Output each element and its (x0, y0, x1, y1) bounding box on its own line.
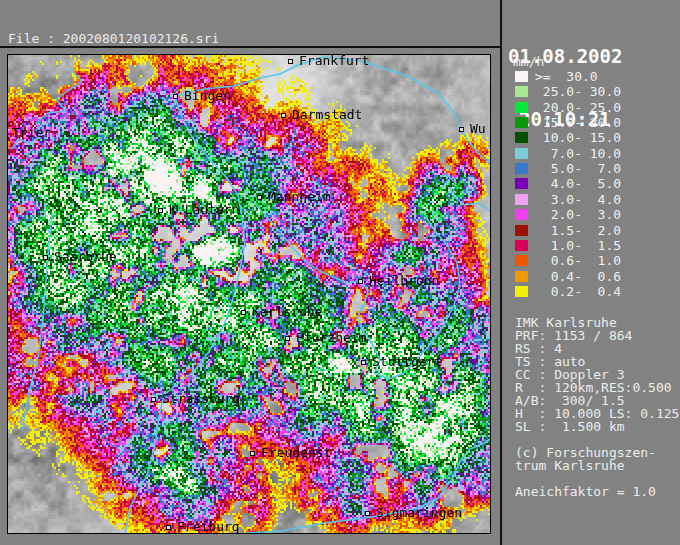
legend-color-swatch (515, 225, 528, 236)
city-label: Strassburg (162, 391, 240, 406)
legend-color-swatch (515, 132, 528, 143)
city-label: Mannheim (268, 189, 331, 204)
legend-range-label: 25.0- 30.0 (535, 84, 621, 99)
legend-color-swatch (515, 148, 528, 159)
legend-color-swatch (515, 86, 528, 97)
city-label: Stuttgart (372, 354, 442, 369)
radar-canvas (8, 55, 490, 533)
info-line: trum Karlsruhe (515, 459, 679, 472)
legend-range-label: 7.0- 10.0 (535, 146, 621, 161)
city-marker (459, 127, 464, 132)
station-info-panel: IMK KarlsruhePRF: 1153 / 864RS : 4TS : a… (515, 316, 679, 498)
legend-color-swatch (515, 209, 528, 220)
panel-separator (500, 0, 502, 545)
legend-color-swatch (515, 71, 528, 82)
city-marker (257, 195, 262, 200)
city-marker (43, 255, 48, 260)
city-label: Darmstadt (292, 107, 362, 122)
city-marker (241, 310, 246, 315)
city-marker (151, 397, 156, 402)
legend-range-label: 0.4- 0.6 (535, 269, 621, 284)
city-label: Karlsruhe (252, 304, 322, 319)
city-label: Trier (12, 125, 51, 140)
info-line: SL : 1.500 km (515, 420, 679, 433)
legend-color-swatch (515, 163, 528, 174)
radar-app-window: File : 2002080120102126.sri Type : SRI R… (0, 0, 680, 545)
city-marker (281, 113, 286, 118)
city-label: K.Lautern (169, 202, 239, 217)
legend-range-label: 0.6- 1.0 (535, 253, 621, 268)
info-line: Aneichfaktor = 1.0 (515, 485, 679, 498)
legend-range-label: 2.0- 3.0 (535, 207, 621, 222)
header-separator (0, 46, 500, 48)
legend-color-swatch (515, 255, 528, 266)
city-label: Sigmaringen (376, 505, 462, 520)
city-label: Heilbronn (369, 273, 439, 288)
city-marker (288, 59, 293, 64)
legend-range-label: 3.0- 4.0 (535, 192, 621, 207)
radar-map: FrankfurtBingenDarmstadtWuTrierK.Lautern… (8, 55, 490, 533)
legend-color-swatch (515, 194, 528, 205)
city-marker (166, 525, 171, 530)
legend-range-label: 10.0- 15.0 (535, 130, 621, 145)
city-marker (365, 511, 370, 516)
legend-range-label: >= 30.0 (535, 69, 598, 84)
city-marker (173, 94, 178, 99)
legend-color-swatch (515, 240, 528, 251)
legend-range-label: 0.2- 0.4 (535, 284, 621, 299)
city-marker (358, 279, 363, 284)
legend-range-label: 1.0- 1.5 (535, 238, 621, 253)
city-marker (361, 360, 366, 365)
city-label: Pforzheim (296, 330, 366, 345)
legend-range-label: 15.0- 20.0 (535, 115, 621, 130)
city-marker (285, 336, 290, 341)
city-label: Frankfurt (299, 55, 369, 68)
legend-title: mm/h (513, 55, 544, 69)
legend-color-swatch (515, 117, 528, 128)
city-label: Bingen (184, 88, 231, 103)
city-label: Freiburg (177, 519, 240, 533)
legend-range-label: 5.0- 7.0 (535, 161, 621, 176)
city-marker (158, 208, 163, 213)
legend-range-label: 1.5- 2.0 (535, 223, 621, 238)
legend-color-swatch (515, 178, 528, 189)
legend-color-swatch (515, 286, 528, 297)
info-lines: IMK KarlsruhePRF: 1153 / 864RS : 4TS : a… (515, 316, 679, 498)
city-label: Wu (470, 121, 486, 136)
legend-range-label: 4.0- 5.0 (535, 176, 621, 191)
legend-color-swatch (515, 271, 528, 282)
legend-range-label: 20.0- 25.0 (535, 100, 621, 115)
rain-rate-legend: mm/h >= 30.0 25.0- 30.0 20.0- 25.0 15.0-… (513, 55, 679, 300)
city-marker (250, 451, 255, 456)
city-label: Freudenst. (261, 445, 339, 460)
legend-color-swatch (515, 102, 528, 113)
city-label: Saarbrue. (54, 249, 124, 264)
file-line: File : 2002080120102126.sri (8, 31, 219, 46)
